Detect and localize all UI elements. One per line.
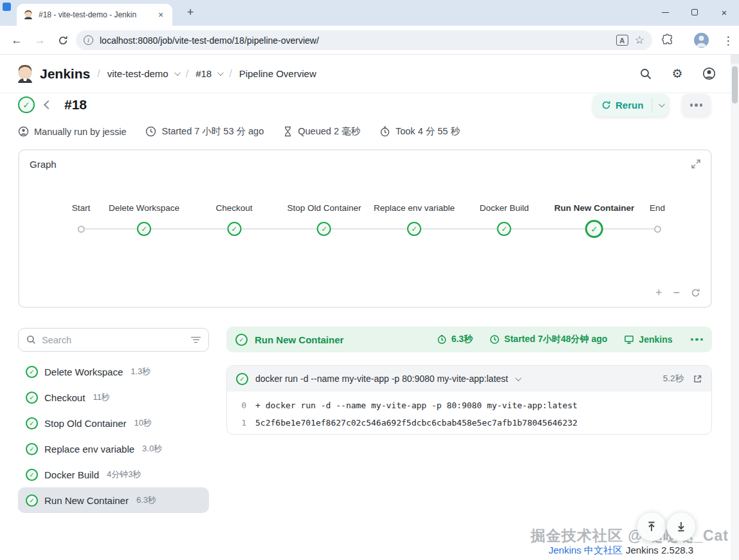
stage-started-text: Started 7小时48分钟 ago [504,334,607,345]
stage-panel-header: ✓ Run New Container 6.3秒 Started 7小时48分钟… [226,327,712,352]
stage-list-item[interactable]: ✓ Stop Old Container 10秒 [18,410,209,436]
reload-button[interactable] [54,32,72,50]
chevron-down-icon[interactable] [174,69,181,76]
check-icon: ✓ [29,368,34,375]
step-command: docker run -d --name my-vite-app -p 80:9… [255,374,508,384]
zoom-out-button[interactable]: − [673,286,680,300]
address-bar[interactable]: i localhost:8080/job/vite-test-demo/18/p… [76,30,652,50]
pipeline-node-start[interactable]: Start [72,203,91,238]
translate-icon[interactable]: A [616,35,628,46]
stage-list-item[interactable]: ✓ Docker Build 4分钟3秒 [18,462,209,487]
clock-icon [145,126,156,137]
scroll-to-bottom-button[interactable] [666,512,696,541]
window-close-button[interactable]: × [709,0,739,24]
stage-list-item-selected[interactable]: ✓ Run New Container 6.3秒 [18,487,209,513]
check-icon: ✓ [231,225,237,233]
console-line: 1 5c2f6be1e701ef8627c02c546a692f5dcbc6cb… [237,414,701,431]
breadcrumb-job[interactable]: vite-test-demo [107,68,169,79]
browser-tab[interactable]: #18 - vite-test-demo - Jenkin × [17,4,172,26]
stage-list-item[interactable]: ✓ Checkout 11秒 [18,384,209,410]
stage-agent-badge[interactable]: Jenkins [624,334,672,345]
stage-duration-text: 6.3秒 [452,334,473,345]
line-text: + docker run -d --name my-vite-app -p 80… [255,397,578,414]
check-icon: ✓ [29,471,34,478]
forward-button[interactable]: → [31,32,49,50]
breadcrumb-build[interactable]: #18 [196,68,212,79]
stage-label: Run New Container [554,203,635,215]
stage-label: Replace env variable [374,203,455,215]
watermark-text: 掘金技术社区 @ 哒哒哒_Cat [531,526,729,546]
rerun-button[interactable]: Rerun [593,94,669,116]
stage-duration: 4分钟3秒 [107,469,141,480]
stage-more-button[interactable] [691,338,704,341]
more-icon [700,104,703,107]
search-input[interactable] [42,335,185,345]
back-button[interactable]: ← [8,32,26,50]
pipeline-node-checkout[interactable]: Checkout ✓ [215,203,252,238]
meta-text: Took 4 分 55 秒 [396,125,460,138]
start-node-icon [77,226,84,233]
user-icon[interactable] [702,67,716,81]
stage-list-item[interactable]: ✓ Replace env variable 3.0秒 [18,436,209,462]
previous-build-chevron[interactable] [44,100,53,109]
build-more-button[interactable] [682,94,711,116]
jenkins-chinese-community-link[interactable]: Jenkins 中文社区 [549,545,623,557]
pipeline-node-delete-workspace[interactable]: Delete Workspace ✓ [109,203,179,238]
new-tab-button[interactable]: + [183,5,198,21]
expand-icon[interactable] [691,159,701,169]
rerun-button-main[interactable]: Rerun [593,94,652,116]
jenkins-header: Jenkins / vite-test-demo / #18 / Pipelin… [0,55,731,93]
monitor-icon [624,334,634,345]
pipeline-graph-card: Graph Start Delete Workspace ✓ Checkout … [18,149,712,308]
site-info-icon[interactable]: i [84,35,93,45]
jenkins-brand[interactable]: Jenkins [40,66,90,82]
stage-list-item[interactable]: ✓ Delete Workspace 1.3秒 [18,359,209,384]
url-text[interactable]: localhost:8080/job/vite-test-demo/18/pip… [100,35,610,46]
jenkins-logo[interactable] [15,64,35,84]
filter-icon[interactable] [191,337,201,343]
console-output[interactable]: 0 + docker run -d --name my-vite-app -p … [227,392,711,435]
line-text: 5c2f6be1e701ef8627c02c546a692f5dcbc6cbab… [255,414,578,431]
check-icon: ✓ [239,336,244,343]
chevron-down-icon [659,101,665,107]
build-meta-row: Manually run by jessie Started 7 小时 53 分… [18,125,460,138]
stage-success-icon: ✓ [407,222,421,236]
scroll-to-top-button[interactable] [637,512,666,541]
step-header[interactable]: ✓ docker run -d --name my-vite-app -p 80… [227,366,711,392]
pipeline-node-docker-build[interactable]: Docker Build ✓ [480,203,529,238]
stage-panel-meta: 6.3秒 Started 7小时48分钟 ago Jenkins [437,334,703,345]
tab-close-icon[interactable]: × [156,10,166,20]
pipeline-node-replace-env-variable[interactable]: Replace env variable ✓ [374,203,455,238]
rerun-dropdown[interactable] [652,94,669,116]
stage-panel-title: Run New Container [255,334,343,345]
page-scrollbar[interactable] [731,55,739,560]
chevron-down-icon[interactable] [217,69,224,76]
external-link-icon[interactable] [693,374,702,384]
stage-success-icon: ✓ [26,392,38,404]
gear-icon[interactable]: ⚙ [670,67,684,81]
stage-search-box[interactable] [18,328,209,352]
breadcrumb-page: Pipeline Overview [239,68,316,79]
chevron-down-icon[interactable] [515,375,522,381]
stopwatch-icon [379,126,390,137]
zoom-reset-button[interactable] [691,288,700,298]
search-icon[interactable] [639,67,653,81]
meta-queued: Queued 2 毫秒 [283,125,360,138]
zoom-in-button[interactable]: + [655,286,662,300]
pipeline-node-run-new-container[interactable]: Run New Container ✓ [554,203,635,238]
pipeline-node-stop-old-container[interactable]: Stop Old Container ✓ [287,203,361,238]
step-console-card: ✓ docker run -d --name my-vite-app -p 80… [226,365,712,435]
extensions-icon[interactable] [662,33,673,45]
scrollbar-thumb[interactable] [732,66,738,104]
browser-menu-icon[interactable]: ⋮ [720,32,736,50]
window-minimize-button[interactable] [650,0,680,24]
tab-title: #18 - vite-test-demo - Jenkin [39,10,151,19]
scrollbar-up-button[interactable] [731,55,739,64]
bookmark-star-icon[interactable]: ☆ [635,35,644,46]
breadcrumb-separator: / [186,68,188,80]
profile-avatar[interactable] [694,33,709,48]
window-maximize-button[interactable] [680,0,709,24]
pipeline-node-end[interactable]: End [650,203,665,238]
stage-label: Docker Build [480,203,529,215]
meta-text: Queued 2 毫秒 [298,125,360,138]
